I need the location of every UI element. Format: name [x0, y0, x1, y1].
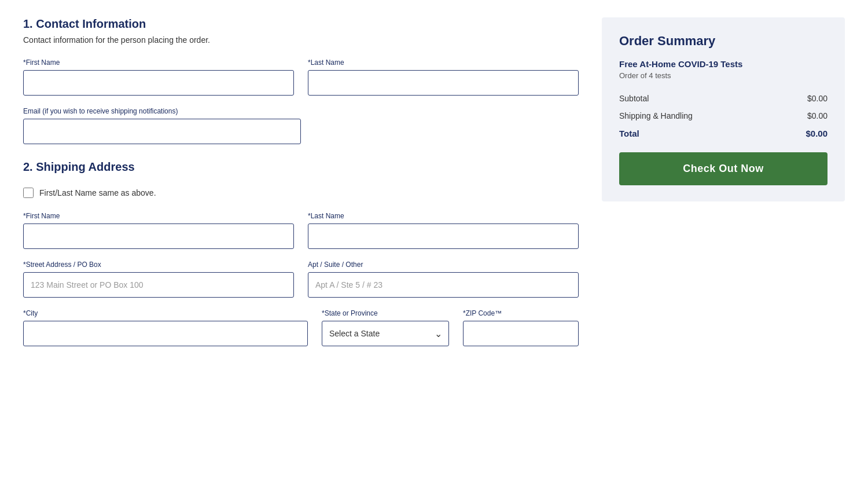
same-name-checkbox[interactable] — [23, 188, 34, 198]
city-group: *City — [23, 309, 308, 346]
zip-label: *ZIP Code™ — [463, 309, 579, 317]
main-form: 1. Contact Information Contact informati… — [23, 17, 579, 358]
shipping-label: Shipping & Handling — [619, 111, 693, 120]
total-value: $0.00 — [806, 129, 827, 138]
zip-group: *ZIP Code™ — [463, 309, 579, 346]
contact-section: 1. Contact Information Contact informati… — [23, 17, 579, 144]
shipping-value: $0.00 — [807, 111, 827, 120]
city-label: *City — [23, 309, 308, 317]
shipping-last-name-group: *Last Name — [308, 212, 579, 249]
contact-last-name-label: *Last Name — [308, 58, 579, 67]
address-row: *Street Address / PO Box Apt / Suite / O… — [23, 261, 579, 298]
state-group: *State or Province Select a State Alabam… — [322, 309, 449, 346]
subtotal-value: $0.00 — [807, 94, 827, 103]
same-name-checkbox-row: First/Last Name same as above. — [23, 188, 579, 198]
contact-last-name-group: *Last Name — [308, 58, 579, 96]
shipping-last-name-input[interactable] — [308, 223, 579, 249]
street-address-group: *Street Address / PO Box — [23, 261, 294, 298]
shipping-first-name-input[interactable] — [23, 223, 294, 249]
state-select[interactable]: Select a State Alabama Alaska Arizona Ar… — [322, 321, 449, 346]
total-line: Total $0.00 — [619, 129, 827, 138]
apt-label: Apt / Suite / Other — [308, 261, 579, 269]
city-input[interactable] — [23, 321, 308, 346]
email-input[interactable] — [23, 119, 301, 144]
checkout-button[interactable]: Check Out Now — [619, 152, 827, 185]
subtotal-line: Subtotal $0.00 — [619, 94, 827, 103]
contact-first-name-label: *First Name — [23, 58, 294, 67]
street-address-input[interactable] — [23, 272, 294, 298]
contact-section-title: 1. Contact Information — [23, 17, 579, 31]
shipping-section: 2. Shipping Address — [23, 160, 579, 174]
order-summary-title: Order Summary — [619, 34, 827, 49]
shipping-first-name-group: *First Name — [23, 212, 294, 249]
zip-input[interactable] — [463, 321, 579, 346]
shipping-last-name-label: *Last Name — [308, 212, 579, 220]
shipping-name-row: *First Name *Last Name — [23, 212, 579, 249]
contact-first-name-input[interactable] — [23, 70, 294, 96]
subtotal-label: Subtotal — [619, 94, 649, 103]
shipping-line: Shipping & Handling $0.00 — [619, 111, 827, 120]
contact-first-name-group: *First Name — [23, 58, 294, 96]
apt-group: Apt / Suite / Other — [308, 261, 579, 298]
city-state-zip-row: *City *State or Province Select a State … — [23, 309, 579, 346]
same-name-checkbox-label[interactable]: First/Last Name same as above. — [39, 188, 156, 197]
product-name: Free At-Home COVID-19 Tests — [619, 59, 827, 69]
shipping-first-name-label: *First Name — [23, 212, 294, 220]
product-subtitle: Order of 4 tests — [619, 71, 827, 80]
email-label: Email (if you wish to receive shipping n… — [23, 107, 301, 115]
state-select-wrapper: Select a State Alabama Alaska Arizona Ar… — [322, 321, 449, 346]
total-label: Total — [619, 129, 639, 138]
street-label: *Street Address / PO Box — [23, 261, 294, 269]
shipping-section-title: 2. Shipping Address — [23, 160, 579, 174]
sidebar: Order Summary Free At-Home COVID-19 Test… — [602, 17, 845, 358]
contact-name-row: *First Name *Last Name — [23, 58, 579, 96]
state-label: *State or Province — [322, 309, 449, 317]
email-group: Email (if you wish to receive shipping n… — [23, 107, 301, 144]
contact-subtitle: Contact information for the person placi… — [23, 35, 579, 45]
apt-input[interactable] — [308, 272, 579, 298]
order-summary-card: Order Summary Free At-Home COVID-19 Test… — [602, 17, 845, 201]
contact-last-name-input[interactable] — [308, 70, 579, 96]
